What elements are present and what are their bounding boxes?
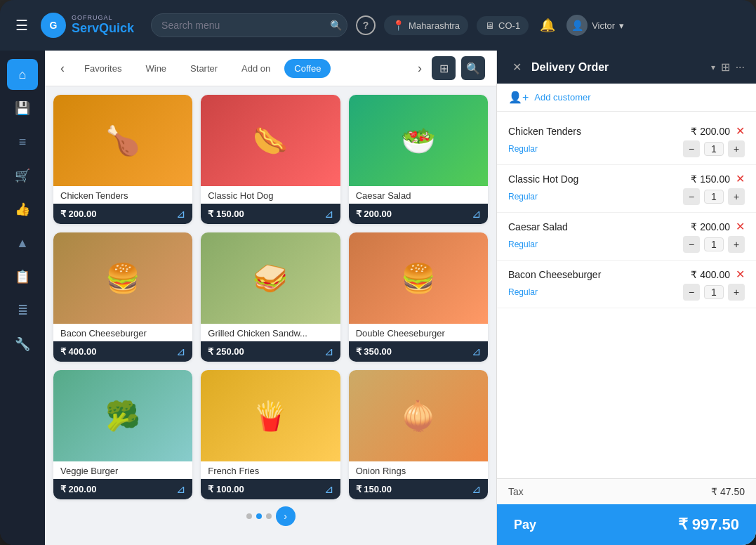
food-image-7: 🥦 [53,370,192,461]
sidebar-item-home[interactable]: ⌂ [7,59,38,90]
next-page-button[interactable]: › [276,506,296,526]
remove-item-3-button[interactable]: ✕ [736,220,745,233]
add-item-5-button[interactable]: ⊿ [324,345,333,358]
menu-grid-area: 🍗 Chicken Tenders ₹ 200.00 ⊿ 🌭 Classic H… [45,86,496,545]
view-toggle-button[interactable]: ⊞ [432,56,456,80]
tab-coffee[interactable]: Coffee [284,59,331,78]
tab-addon[interactable]: Add on [232,59,280,78]
item-name-4: Bacon Cheeseburger [53,324,192,341]
add-item-6-button[interactable]: ⊿ [472,345,481,358]
item-price-row-6: ₹ 350.00 ⊿ [349,341,488,362]
device-frame: ☰ G GOFRUGAL ServQuick 🔍 ? 📍 Maharashtra… [0,0,756,545]
list-item[interactable]: 🍟 French Fries ₹ 100.00 ⊿ [201,370,340,499]
order-item-1-bottom: Regular − 1 + [508,140,745,157]
qty-increase-3[interactable]: + [728,236,745,253]
add-item-2-button[interactable]: ⊿ [324,207,333,221]
order-item-4: Bacon Cheeseburger ₹ 400.00 ✕ Regular − … [497,261,756,308]
search-filter-button[interactable]: 🔍 [461,56,485,80]
add-item-9-button[interactable]: ⊿ [472,482,481,496]
sidebar-item-chart[interactable]: ▲ [7,228,38,258]
sidebar-item-settings[interactable]: ≣ [7,295,38,326]
settings-icon: ≣ [18,303,28,318]
hamburger-button[interactable]: ☰ [11,13,32,38]
order-item-3-name: Caesar Salad [508,221,568,232]
list-item[interactable]: 🥪 Grilled Chicken Sandw... ₹ 250.00 ⊿ [201,232,340,362]
qty-decrease-3[interactable]: − [683,236,700,253]
pay-button[interactable]: Pay ₹ 997.50 [497,504,756,545]
list-item[interactable]: 🍔 Bacon Cheeseburger ₹ 400.00 ⊿ [53,232,192,362]
tool-icon: 🔧 [15,336,30,352]
list-item[interactable]: 🍗 Chicken Tenders ₹ 200.00 ⊿ [53,95,192,224]
qty-control-4: − 1 + [683,284,745,301]
qty-value-1: 1 [704,142,724,156]
order-expand-button[interactable]: ⊞ [721,60,730,74]
list-item[interactable]: 🍔 Double Cheeseburger ₹ 350.00 ⊿ [349,232,488,362]
search-icon-button[interactable]: 🔍 [330,20,342,31]
qty-increase-4[interactable]: + [728,284,745,301]
qty-decrease-2[interactable]: − [683,188,700,205]
add-item-8-button[interactable]: ⊿ [324,482,333,496]
header: ☰ G GOFRUGAL ServQuick 🔍 ? 📍 Maharashtra… [0,0,756,51]
list-item[interactable]: 🥦 Veggie Burger ₹ 200.00 ⊿ [53,370,192,499]
list-item[interactable]: 🧅 Onion Rings ₹ 150.00 ⊿ [349,370,488,499]
add-item-7-button[interactable]: ⊿ [176,482,185,496]
sidebar-item-tool[interactable]: 🔧 [7,329,38,360]
nav-next-button[interactable]: › [413,58,426,79]
category-tabs: Favorites Wine Starter Add on Coffee [74,59,408,78]
tab-starter[interactable]: Starter [180,59,227,78]
list-item[interactable]: 🌭 Classic Hot Dog ₹ 150.00 ⊿ [201,95,340,224]
order-footer: Tax ₹ 47.50 Pay ₹ 997.50 [497,478,756,545]
qty-increase-1[interactable]: + [728,140,745,157]
sidebar-item-list[interactable]: ≡ [7,126,38,157]
order-item-2-bottom: Regular − 1 + [508,188,745,205]
tab-wine[interactable]: Wine [135,59,176,78]
list-icon: ≡ [19,135,27,150]
qty-decrease-4[interactable]: − [683,284,700,301]
add-customer-button[interactable]: 👤+ Add customer [497,84,756,112]
item-price-1: ₹ 200.00 [60,209,96,219]
item-price-8: ₹ 100.00 [208,484,244,494]
tab-favorites[interactable]: Favorites [74,59,131,78]
item-price-row-3: ₹ 200.00 ⊿ [349,204,488,224]
list-item[interactable]: 🥗 Caesar Salad ₹ 200.00 ⊿ [349,95,488,224]
order-panel: ✕ Delivery Order ▾ ⊞ ··· 👤+ Add customer… [496,51,756,545]
order-more-button[interactable]: ··· [736,61,745,74]
nav-prev-button[interactable]: ‹ [56,58,69,79]
qty-decrease-1[interactable]: − [683,140,700,157]
item-name-1: Chicken Tenders [53,186,192,204]
remove-item-4-button[interactable]: ✕ [736,268,745,281]
pay-label: Pay [514,518,536,532]
order-header: ✕ Delivery Order ▾ ⊞ ··· [497,51,756,84]
add-item-4-button[interactable]: ⊿ [176,345,185,358]
item-name-6: Double Cheeseburger [349,324,488,341]
qty-increase-2[interactable]: + [728,188,745,205]
bell-button[interactable]: 🔔 [537,15,558,36]
sidebar-item-cart[interactable]: 🛒 [7,160,38,191]
search-input[interactable] [151,13,347,37]
item-price-row-4: ₹ 400.00 ⊿ [53,341,192,362]
add-item-1-button[interactable]: ⊿ [176,207,185,221]
qty-value-4: 1 [704,285,724,299]
category-nav: ‹ Favorites Wine Starter Add on Coffee ›… [45,51,496,86]
order-item-3: Caesar Salad ₹ 200.00 ✕ Regular − 1 + [497,213,756,261]
sidebar-item-thumbs[interactable]: 👍 [7,194,38,225]
close-order-button[interactable]: ✕ [508,59,526,75]
help-button[interactable]: ? [356,15,376,35]
sidebar-item-report[interactable]: 📋 [7,261,38,292]
pagination-dot-2 [256,513,262,519]
logo-area: G GOFRUGAL ServQuick [41,13,134,38]
add-item-3-button[interactable]: ⊿ [472,207,481,221]
item-price-row-1: ₹ 200.00 ⊿ [53,204,192,224]
username: Victor [592,20,615,31]
sidebar-item-save[interactable]: 💾 [7,93,38,124]
item-price-row-9: ₹ 150.00 ⊿ [349,479,488,499]
user-area[interactable]: 👤 Victor ▾ [566,15,624,36]
remove-item-1-button[interactable]: ✕ [736,124,745,138]
chevron-down-icon: ▾ [619,20,624,31]
search-area: 🔍 [151,13,347,37]
tax-row: Tax ₹ 47.50 [497,479,756,504]
item-price-row-7: ₹ 200.00 ⊿ [53,479,192,499]
order-item-3-price: ₹ 200.00 [691,221,730,232]
remove-item-2-button[interactable]: ✕ [736,172,745,185]
add-customer-text: Add customer [534,92,590,103]
